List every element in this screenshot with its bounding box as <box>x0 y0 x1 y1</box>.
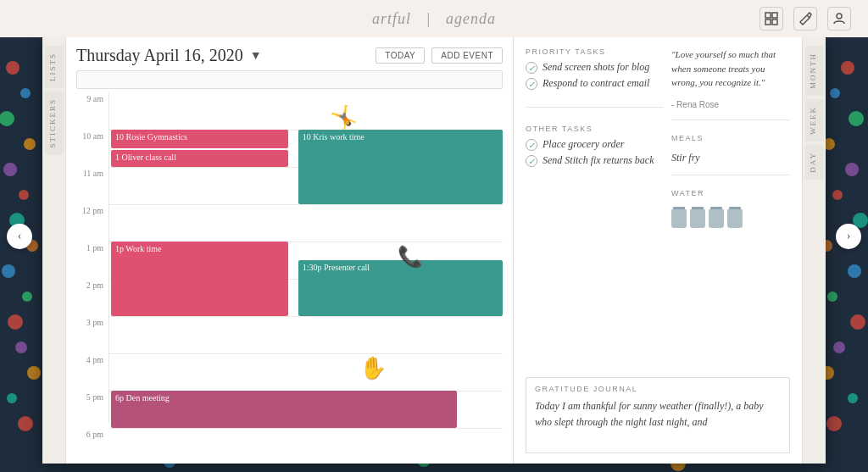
svg-rect-41 <box>772 13 777 18</box>
task-check-4[interactable]: ✓ <box>526 155 537 167</box>
grid-line <box>109 204 503 205</box>
time-4pm: 4 pm <box>76 353 108 391</box>
task-text-2: Respond to contract email <box>542 77 649 90</box>
svg-point-1 <box>20 88 31 98</box>
svg-point-11 <box>15 342 27 353</box>
meals-label: MEALS <box>671 134 790 142</box>
month-tab[interactable]: MONTH <box>805 46 824 96</box>
svg-point-12 <box>27 366 41 380</box>
time-3pm: 3 pm <box>76 316 108 353</box>
time-labels: 9 am 10 am 11 am 12 pm 1 pm 2 pm 3 pm 4 … <box>76 92 108 423</box>
calendar-area: Thursday April 16, 2020 ▼ TODAY ADD EVEN… <box>66 37 514 464</box>
time-12pm: 12 pm <box>76 204 108 242</box>
task-check-3[interactable]: ✓ <box>526 139 537 151</box>
gymnastics-sticker: 🤸 <box>330 104 357 130</box>
priority-tasks-section: PRIORITY TASKS ✓ Send screen shots for b… <box>526 47 663 93</box>
logo-part1: artful <box>372 10 411 27</box>
event-den-meeting[interactable]: 6p Den meeting <box>111 391 457 428</box>
svg-point-20 <box>832 190 843 200</box>
svg-point-15 <box>841 61 854 75</box>
day-tab[interactable]: DAY <box>805 145 824 180</box>
week-tab[interactable]: WEEK <box>805 99 824 142</box>
calendar-title: Thursday April 16, 2020 <box>76 46 243 65</box>
logo-separator: | <box>426 10 431 27</box>
svg-point-19 <box>845 163 859 176</box>
nav-next-button[interactable]: › <box>836 224 861 249</box>
right-tabs: MONTH WEEK DAY <box>802 37 826 464</box>
svg-point-5 <box>19 190 29 200</box>
svg-point-23 <box>848 264 861 278</box>
time-5pm: 5 pm <box>76 391 108 428</box>
date-dropdown-arrow[interactable]: ▼ <box>250 49 262 63</box>
event-oliver-class[interactable]: 1 Oliver class call <box>111 150 288 167</box>
quote-text: "Love yourself so much that when someone… <box>671 47 790 90</box>
svg-point-0 <box>6 61 19 75</box>
grid-line <box>109 428 503 429</box>
svg-point-24 <box>827 292 837 302</box>
gratitude-label: GRATITUDE JOURNAL <box>535 385 781 393</box>
task-item-3: ✓ Place grocery order <box>526 138 663 151</box>
user-icon[interactable] <box>827 7 851 31</box>
water-cup-1 <box>671 209 687 228</box>
task-text-4: Send Stitch fix returns back <box>542 154 654 167</box>
add-event-button[interactable]: ADD EVENT <box>431 47 503 64</box>
time-10am: 10 am <box>76 130 108 167</box>
svg-rect-40 <box>765 13 771 18</box>
svg-point-28 <box>848 393 858 403</box>
svg-point-26 <box>833 342 845 353</box>
tasks-column: PRIORITY TASKS ✓ Send screen shots for b… <box>526 47 663 370</box>
svg-point-17 <box>849 111 864 126</box>
planner-book: LISTS STICKERS Thursday April 16, 2020 ▼… <box>42 37 826 464</box>
other-tasks-section: OTHER TASKS ✓ Place grocery order ✓ Send… <box>526 125 663 170</box>
time-11am: 11 am <box>76 167 108 204</box>
event-kris-work[interactable]: 10 Kris work time <box>298 130 503 204</box>
left-tabs: LISTS STICKERS <box>42 37 66 464</box>
priority-tasks-label: PRIORITY TASKS <box>526 47 663 56</box>
grid-line <box>109 316 503 317</box>
grid-icon[interactable] <box>760 7 783 31</box>
quote-column: "Love yourself so much that when someone… <box>671 47 790 370</box>
event-presenter-call[interactable]: 1:30p Presenter call <box>298 260 503 316</box>
svg-point-3 <box>24 138 36 150</box>
time-grid: 9 am 10 am 11 am 12 pm 1 pm 2 pm 3 pm 4 … <box>76 92 503 423</box>
quote-author: - Rena Rose <box>671 100 790 109</box>
quote-divider <box>671 119 790 120</box>
stickers-tab[interactable]: STICKERS <box>45 92 64 155</box>
time-2pm: 2 pm <box>76 279 108 316</box>
top-icons <box>760 7 851 31</box>
event-rosie-gymnastics[interactable]: 10 Rosie Gymnastics <box>111 130 288 148</box>
outer-border: artful | agenda ‹ <box>0 0 868 472</box>
svg-rect-42 <box>765 19 771 25</box>
right-panel-inner: PRIORITY TASKS ✓ Send screen shots for b… <box>526 47 790 370</box>
event-work-time[interactable]: 1p Work time <box>111 242 288 316</box>
edit-icon[interactable] <box>793 7 817 31</box>
time-9am: 9 am <box>76 92 108 130</box>
task-check-2[interactable]: ✓ <box>526 78 537 90</box>
lists-tab[interactable]: LISTS <box>45 46 64 88</box>
app-logo: artful | agenda <box>367 10 501 28</box>
task-check-1[interactable]: ✓ <box>526 62 537 74</box>
svg-point-8 <box>2 264 15 278</box>
nav-prev-button[interactable]: ‹ <box>7 224 32 249</box>
hand-sticker: ✋ <box>359 355 387 381</box>
time-6pm: 6 pm <box>76 428 108 464</box>
other-tasks-label: OTHER TASKS <box>526 125 663 133</box>
svg-point-13 <box>7 393 17 403</box>
grid-line <box>109 353 503 354</box>
task-item-1: ✓ Send screen shots for blog <box>526 61 663 74</box>
svg-point-16 <box>830 88 840 98</box>
task-item-4: ✓ Send Stitch fix returns back <box>526 154 663 167</box>
search-input[interactable] <box>76 70 503 89</box>
svg-point-14 <box>18 416 33 431</box>
water-cup-4 <box>727 209 743 228</box>
svg-point-4 <box>3 163 17 176</box>
svg-point-2 <box>0 111 14 126</box>
svg-point-10 <box>8 314 23 330</box>
water-label: WATER <box>671 189 790 197</box>
svg-point-29 <box>826 416 842 431</box>
today-button[interactable]: TODAY <box>376 47 425 64</box>
gratitude-section: GRATITUDE JOURNAL Today I am thankful fo… <box>526 377 790 453</box>
tasks-divider <box>526 107 663 108</box>
svg-rect-43 <box>772 19 777 25</box>
svg-point-9 <box>22 292 32 302</box>
